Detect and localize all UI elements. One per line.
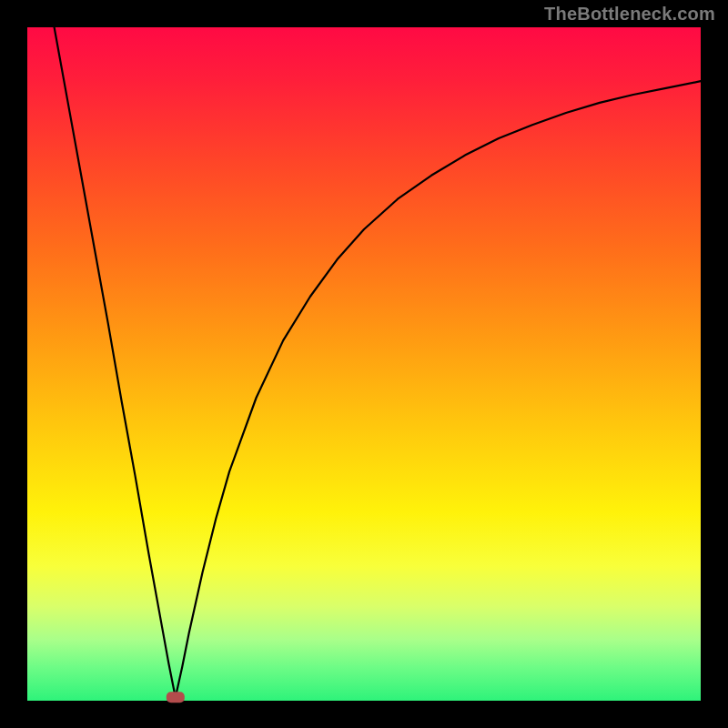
chart-svg — [27, 27, 701, 701]
chart-plot-area — [27, 27, 701, 701]
bottleneck-curve — [55, 27, 701, 697]
chart-frame: TheBottleneck.com — [0, 0, 728, 728]
min-marker — [167, 692, 185, 703]
watermark-text: TheBottleneck.com — [544, 4, 715, 25]
